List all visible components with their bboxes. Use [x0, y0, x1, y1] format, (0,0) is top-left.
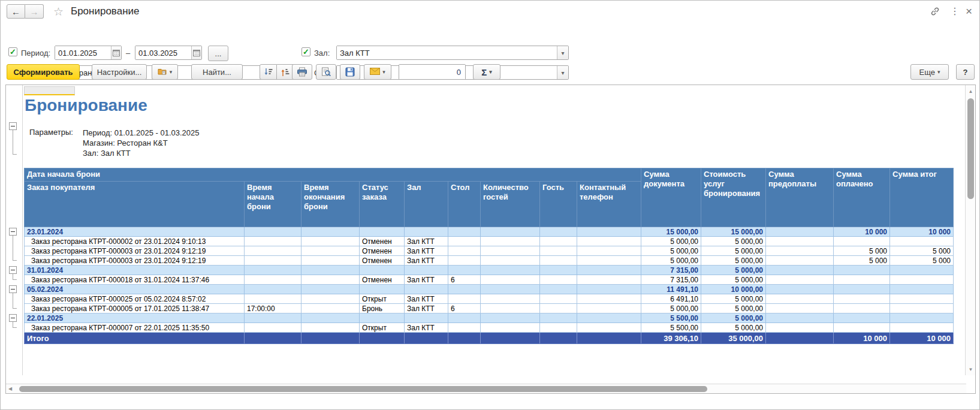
cell[interactable]: Зал КТТ	[405, 294, 448, 304]
cell[interactable]: Итого	[25, 333, 245, 344]
cell[interactable]	[766, 237, 834, 246]
cell[interactable]: 6 491,10	[641, 294, 701, 304]
cell[interactable]	[890, 313, 954, 323]
cell[interactable]	[890, 266, 954, 275]
print-preview-button[interactable]	[316, 64, 336, 80]
cell[interactable]	[540, 246, 577, 256]
cell[interactable]	[834, 275, 890, 285]
cell[interactable]	[360, 266, 405, 275]
cell[interactable]	[577, 237, 641, 246]
cell[interactable]	[301, 304, 360, 313]
cell[interactable]	[766, 294, 834, 304]
cell[interactable]: 15 000,00	[641, 227, 701, 237]
cell[interactable]	[448, 237, 481, 246]
cell[interactable]: Отменен	[360, 275, 405, 285]
table-row[interactable]: Заказ ресторана КТРТ-000003 от 23.01.202…	[25, 246, 954, 256]
collapse-group-button[interactable]	[9, 122, 17, 130]
back-button[interactable]: ←	[7, 4, 25, 19]
cell[interactable]	[481, 294, 540, 304]
cell[interactable]	[360, 333, 405, 344]
cell[interactable]	[360, 227, 405, 237]
cell[interactable]	[245, 246, 301, 256]
cell[interactable]: 31.01.2024	[25, 266, 245, 275]
cell[interactable]	[448, 294, 481, 304]
table-row[interactable]: Заказ ресторана КТРТ-000005 от 17.01.202…	[25, 304, 954, 313]
vertical-scrollbar[interactable]: ▲ ▼	[965, 85, 975, 375]
column-header[interactable]: Стоимость услуг бронирования	[701, 168, 766, 227]
cell[interactable]: Заказ ресторана КТРТ-000003 от 23.01.202…	[25, 256, 245, 266]
cell[interactable]: 39 306,10	[641, 333, 701, 344]
print-button[interactable]	[292, 64, 312, 80]
cell[interactable]	[481, 227, 540, 237]
cell[interactable]: 5 000,00	[701, 246, 766, 256]
cell[interactable]	[405, 333, 448, 344]
cell[interactable]	[301, 294, 360, 304]
cell[interactable]	[448, 285, 481, 294]
cell[interactable]: 5 500,00	[641, 323, 701, 333]
cell[interactable]: 35 000,00	[701, 333, 766, 344]
column-header[interactable]: Контактный телефон	[577, 182, 641, 227]
cell[interactable]	[766, 304, 834, 313]
cell[interactable]	[245, 285, 301, 294]
column-header[interactable]: Время окончания брони	[301, 182, 360, 227]
cell[interactable]	[245, 313, 301, 323]
cell[interactable]	[766, 285, 834, 294]
cell[interactable]: Зал КТТ	[405, 246, 448, 256]
settings-button[interactable]: Настройки...	[92, 64, 147, 80]
forward-button[interactable]: →	[25, 4, 44, 19]
cell[interactable]: 23.01.2024	[25, 227, 245, 237]
column-header[interactable]: Гость	[540, 182, 577, 227]
cell[interactable]: Зал КТТ	[405, 323, 448, 333]
cell[interactable]	[540, 285, 577, 294]
cell[interactable]: 5 500,00	[641, 313, 701, 323]
chevron-down-icon[interactable]: ▾	[557, 46, 568, 59]
cell[interactable]	[448, 333, 481, 344]
cell[interactable]: 5 000,00	[641, 237, 701, 246]
cell[interactable]	[834, 294, 890, 304]
period-to-input[interactable]	[135, 46, 191, 59]
cell[interactable]	[834, 304, 890, 313]
cell[interactable]	[481, 237, 540, 246]
cell[interactable]	[766, 266, 834, 275]
table-row[interactable]: Заказ ресторана КТРТ-000002 от 23.01.202…	[25, 237, 954, 246]
cell[interactable]	[540, 333, 577, 344]
cell[interactable]	[481, 246, 540, 256]
cell[interactable]: 6	[448, 275, 481, 285]
group-row[interactable]: 22.01.20255 500,005 000,00	[25, 313, 954, 323]
cell[interactable]: Заказ ресторана КТРТ-000025 от 05.02.202…	[25, 294, 245, 304]
cell[interactable]	[448, 227, 481, 237]
cell[interactable]	[481, 333, 540, 344]
group-row[interactable]: 23.01.202415 000,0015 000,0010 00010 000	[25, 227, 954, 237]
cell[interactable]: 5 000,00	[701, 266, 766, 275]
cell[interactable]	[890, 275, 954, 285]
cell[interactable]	[481, 323, 540, 333]
cell[interactable]	[577, 275, 641, 285]
cell[interactable]	[577, 333, 641, 344]
cell[interactable]	[766, 323, 834, 333]
cell[interactable]	[577, 227, 641, 237]
cell[interactable]: Отменен	[360, 256, 405, 266]
cell[interactable]: Зал КТТ	[405, 237, 448, 246]
cell[interactable]	[577, 256, 641, 266]
cell[interactable]: 05.02.2024	[25, 285, 245, 294]
email-button[interactable]: ▾	[364, 64, 391, 80]
hall-input[interactable]	[337, 46, 557, 59]
cell[interactable]	[360, 313, 405, 323]
more-button[interactable]: Еще ▾	[910, 64, 949, 80]
cell[interactable]: Открыт	[360, 323, 405, 333]
save-button[interactable]	[340, 64, 360, 80]
close-icon[interactable]: ×	[966, 7, 972, 16]
period-more-button[interactable]: ...	[208, 46, 228, 61]
cell[interactable]: 5 000,00	[641, 246, 701, 256]
column-header[interactable]: Зал	[405, 182, 448, 227]
cell[interactable]	[834, 323, 890, 333]
cell[interactable]	[301, 333, 360, 344]
cell[interactable]: 10 000	[890, 227, 954, 237]
cell[interactable]	[834, 266, 890, 275]
cell[interactable]	[245, 333, 301, 344]
cell[interactable]	[245, 275, 301, 285]
generate-button[interactable]: Сформировать	[7, 64, 80, 80]
cell[interactable]	[448, 256, 481, 266]
cell[interactable]: 5 000,00	[701, 313, 766, 323]
cell[interactable]: Заказ ресторана КТРТ-000018 от 31.01.202…	[25, 275, 245, 285]
